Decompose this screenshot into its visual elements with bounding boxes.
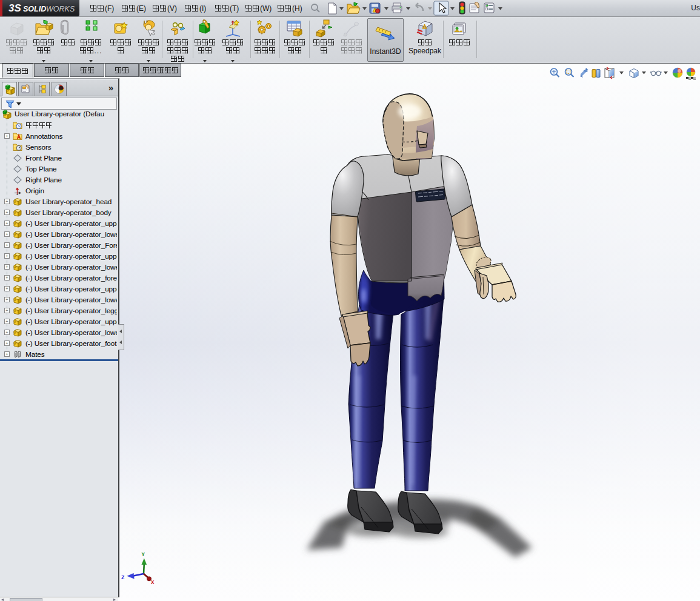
svg-text:X: X: [151, 580, 155, 586]
svg-text:Z: Z: [121, 575, 124, 581]
svg-text:Y: Y: [142, 552, 145, 558]
